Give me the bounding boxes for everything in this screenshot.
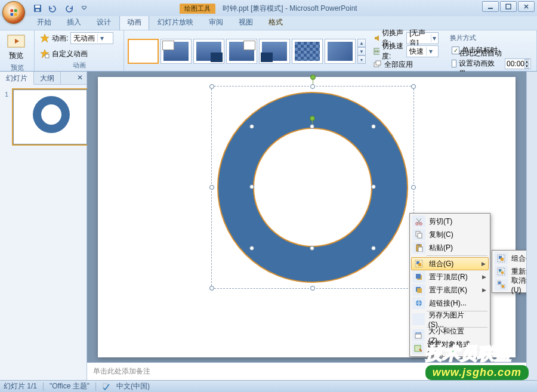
gallery-scroll[interactable]: ▲▼▾: [357, 39, 366, 64]
auto-after-time[interactable]: 00:00▲▼: [505, 58, 531, 69]
auto-after-row[interactable]: 在此之后自动设置动画效果: 00:00▲▼: [450, 57, 533, 70]
ctx-cut[interactable]: 剪切(T): [411, 215, 489, 228]
spellcheck-icon[interactable]: [102, 382, 110, 391]
title-bar: 绘图工具 时钟.ppt [兼容模式] - Microsoft PowerPoin…: [0, 0, 537, 16]
custom-animation-button[interactable]: 自定义动画: [38, 47, 115, 60]
resize-handle[interactable]: [411, 84, 416, 89]
thumbnails-area[interactable]: 1: [0, 85, 87, 380]
resize-handle[interactable]: [209, 84, 214, 89]
ribbon: 预览 预览 动画: 无动画▾ 自定义动画 动画: [0, 30, 537, 72]
svg-rect-16: [45, 54, 49, 58]
ctx-paste[interactable]: 粘贴(P): [411, 241, 489, 254]
office-button[interactable]: [2, 1, 25, 24]
transition-item[interactable]: [193, 39, 224, 64]
resize-handle[interactable]: [249, 124, 254, 129]
transition-item[interactable]: [325, 39, 356, 64]
apply-all-button[interactable]: 全部应用: [372, 58, 440, 71]
preview-button[interactable]: 预览: [4, 32, 29, 63]
ctx-copy[interactable]: 复制(C): [411, 228, 489, 241]
paste-icon: [412, 242, 425, 254]
panel-tabs: 幻灯片 大纲 ✕: [0, 72, 87, 85]
slide-thumbnail-1[interactable]: [13, 89, 87, 144]
group-icon: [495, 252, 508, 264]
sub-group[interactable]: 组合(G): [493, 252, 526, 265]
animation-row: 动画: 无动画▾: [38, 32, 115, 45]
minimize-button[interactable]: [482, 1, 499, 12]
maximize-button[interactable]: [500, 1, 517, 12]
tab-animations[interactable]: 动画: [119, 15, 149, 30]
svg-rect-42: [501, 271, 504, 274]
resize-handle[interactable]: [411, 185, 416, 190]
ctx-hyperlink[interactable]: 超链接(H)...: [411, 297, 489, 310]
svg-rect-8: [82, 6, 87, 7]
time-spinner[interactable]: ▲▼: [524, 59, 529, 69]
animation-combo[interactable]: 无动画▾: [70, 32, 113, 44]
sub-ungroup[interactable]: 取消组合(U): [493, 278, 526, 291]
status-language[interactable]: 中文(中国): [116, 381, 150, 391]
ctx-save-picture[interactable]: 另存为图片(S)...: [411, 313, 489, 326]
resize-handle[interactable]: [371, 246, 376, 251]
tab-home[interactable]: 开始: [30, 16, 58, 30]
ctx-format-object[interactable]: 设置对象格式(O)...: [411, 342, 489, 355]
transition-options-col: 切换声音: [无声音]▾ 切换速度: 快速▾ 全部应用: [372, 32, 440, 71]
tab-design[interactable]: 设计: [90, 16, 118, 30]
custom-animation-icon: [40, 49, 50, 58]
tab-format[interactable]: 格式: [261, 16, 290, 30]
speed-combo[interactable]: 快速▾: [406, 45, 439, 57]
auto-after-checkbox[interactable]: [452, 60, 456, 67]
svg-rect-4: [14, 13, 17, 16]
svg-rect-35: [415, 334, 421, 338]
resize-handle[interactable]: [371, 184, 376, 189]
panel-close-button[interactable]: ✕: [73, 72, 87, 84]
time-value: 00:00: [507, 60, 524, 68]
redo-button[interactable]: [63, 2, 76, 15]
tab-insert[interactable]: 插入: [60, 16, 88, 30]
resize-handle[interactable]: [310, 286, 315, 291]
transition-item[interactable]: [259, 39, 290, 64]
tab-slides-thumbnails[interactable]: 幻灯片: [0, 72, 34, 85]
ungroup-icon: [495, 279, 508, 291]
tab-review[interactable]: 审阅: [202, 16, 230, 30]
sound-combo[interactable]: [无声音]▾: [406, 32, 439, 44]
animation-label: 动画:: [52, 33, 68, 44]
svg-rect-29: [418, 263, 421, 266]
ctx-send-back[interactable]: 置于底层(K)▶: [411, 283, 489, 297]
resize-handle[interactable]: [310, 246, 314, 251]
resize-handle[interactable]: [209, 286, 214, 291]
resize-handle[interactable]: [310, 124, 314, 129]
svg-rect-39: [501, 258, 504, 261]
qat-customize-button[interactable]: [78, 2, 91, 15]
resize-handle[interactable]: [371, 124, 376, 129]
vertical-scrollbar[interactable]: [526, 72, 537, 380]
regroup-icon: [495, 266, 508, 277]
separator: [427, 255, 487, 256]
ctx-bring-front[interactable]: 置于顶层(R)▶: [411, 270, 489, 283]
status-theme: "Office 主题": [50, 381, 90, 391]
resize-handle[interactable]: [249, 184, 254, 189]
tab-view[interactable]: 视图: [232, 16, 260, 30]
resize-handle[interactable]: [209, 185, 214, 190]
svg-rect-31: [416, 274, 421, 279]
tab-slideshow[interactable]: 幻灯片放映: [150, 16, 200, 30]
tab-outline[interactable]: 大纲: [34, 72, 61, 84]
ctx-group[interactable]: 组合(G)▶: [411, 257, 489, 270]
transition-item[interactable]: [226, 39, 257, 64]
contextual-tab-label: 绘图工具: [180, 4, 215, 14]
save-button[interactable]: [31, 2, 44, 15]
cut-icon: [412, 215, 425, 227]
undo-button[interactable]: [45, 2, 58, 15]
separator: [95, 382, 96, 391]
close-button[interactable]: [518, 1, 535, 12]
notes-pane[interactable]: 单击此处添加备注: [87, 362, 526, 380]
transition-item[interactable]: [292, 39, 323, 64]
resize-handle[interactable]: [249, 246, 254, 251]
resize-handle[interactable]: [310, 84, 315, 89]
transition-none[interactable]: [128, 39, 159, 64]
slide-canvas-wrap[interactable]: 剪切(T) 复制(C) 粘贴(P) 组合(G)▶ 置于顶层(R)▶ 置于底层(K…: [87, 72, 526, 362]
svg-rect-2: [14, 10, 17, 13]
transition-gallery[interactable]: ▲▼▾: [128, 39, 366, 64]
transition-item[interactable]: [161, 39, 192, 64]
chevron-down-icon: ▾: [97, 34, 106, 42]
svg-marker-14: [41, 34, 49, 42]
chevron-down-icon: ▾: [426, 47, 434, 55]
